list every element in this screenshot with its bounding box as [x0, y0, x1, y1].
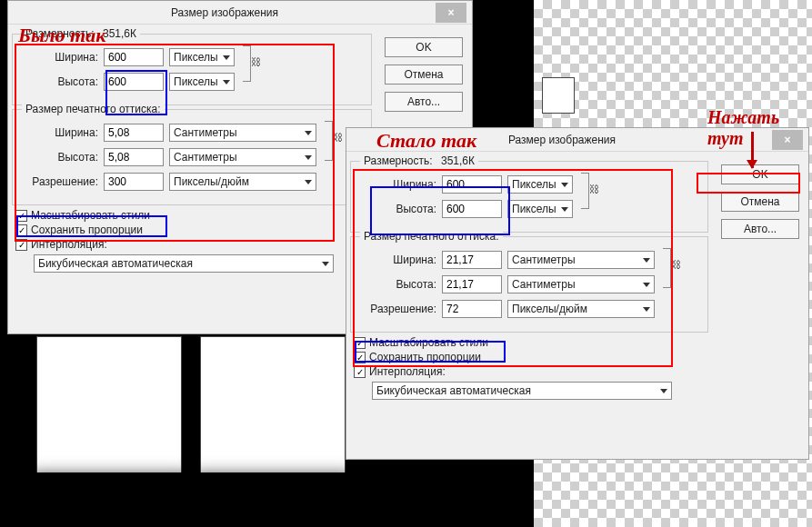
cancel-button[interactable]: Отмена: [385, 65, 463, 85]
arrow-down-icon: [751, 132, 754, 168]
print-width-unit-select[interactable]: Сантиметры: [169, 124, 316, 142]
titlebar: Размер изображения ×: [8, 1, 472, 25]
layer-preview: [36, 336, 182, 482]
dimensions-label: Размерность:: [364, 154, 433, 167]
cancel-button[interactable]: Отмена: [721, 192, 799, 212]
width-label: Ширина:: [18, 51, 104, 64]
print-height-input[interactable]: [104, 148, 164, 166]
print-width-input[interactable]: [104, 124, 164, 142]
chevron-down-icon: [643, 258, 650, 263]
width-input[interactable]: [442, 175, 502, 194]
print-size-group: Размер печатного оттиска: Ширина: Сантим…: [12, 109, 372, 205]
dimensions-value: 351,6К: [441, 154, 475, 167]
constrain-link-icon[interactable]: ⛓: [322, 119, 335, 163]
print-width-label: Ширина:: [18, 126, 104, 139]
close-button[interactable]: ×: [436, 3, 466, 23]
chevron-down-icon: [223, 80, 230, 85]
height-label: Высота:: [18, 75, 104, 88]
chevron-down-icon: [305, 155, 312, 160]
layer-shadow: [196, 472, 351, 509]
chevron-down-icon: [643, 283, 650, 287]
interpolation-checkbox[interactable]: ✓Интерполяция:: [15, 238, 368, 251]
resolution-unit-select[interactable]: Пикселы/дюйм: [169, 173, 316, 191]
width-unit-select[interactable]: Пикселы: [507, 175, 573, 194]
doc-thumb: [542, 77, 575, 114]
print-size-legend: Размер печатного оттиска:: [360, 230, 503, 243]
ok-button[interactable]: OK: [721, 164, 799, 184]
interpolation-method-select[interactable]: Бикубическая автоматическая: [372, 382, 672, 400]
constrain-proportions-checkbox[interactable]: ✓Сохранить пропорции: [15, 224, 368, 236]
interpolation-method-select[interactable]: Бикубическая автоматическая: [34, 254, 334, 273]
auto-button[interactable]: Авто...: [721, 219, 799, 239]
auto-button[interactable]: Авто...: [385, 92, 463, 112]
height-input[interactable]: [104, 73, 164, 91]
chevron-down-icon: [660, 389, 667, 393]
print-width-input[interactable]: [442, 251, 502, 269]
chevron-down-icon: [561, 207, 568, 212]
print-width-unit-select[interactable]: Сантиметры: [507, 251, 655, 269]
width-unit-select[interactable]: Пикселы: [169, 48, 235, 66]
dialog-title: Размер изображения: [14, 6, 436, 19]
chevron-down-icon: [223, 55, 230, 60]
print-width-label: Ширина:: [356, 254, 442, 266]
resolution-input[interactable]: [104, 173, 164, 191]
height-unit-select[interactable]: Пикселы: [507, 200, 573, 218]
chevron-down-icon: [561, 183, 568, 187]
print-height-label: Высота:: [356, 278, 442, 291]
constrain-proportions-checkbox[interactable]: ✓Сохранить пропорции: [354, 351, 705, 363]
print-size-group: Размер печатного оттиска: Ширина: Сантим…: [350, 236, 708, 333]
height-label: Высота:: [356, 203, 442, 215]
height-unit-select[interactable]: Пикселы: [169, 73, 235, 91]
annotation-clickhere: Нажать тут: [707, 107, 812, 149]
print-height-unit-select[interactable]: Сантиметры: [169, 148, 316, 166]
constrain-link-icon[interactable]: ⛓: [660, 246, 673, 290]
chevron-down-icon: [643, 307, 650, 312]
layer-preview: [200, 336, 346, 482]
print-height-label: Высота:: [18, 151, 104, 164]
print-height-unit-select[interactable]: Сантиметры: [507, 275, 655, 293]
scale-styles-checkbox[interactable]: ✓Масштабировать стили: [354, 336, 705, 349]
ok-button[interactable]: OK: [385, 37, 463, 57]
image-size-dialog-after: Размер изображения × Размерность: 351,6К…: [346, 127, 809, 460]
print-size-legend: Размер печатного оттиска:: [22, 103, 165, 115]
resolution-label: Разрешение:: [18, 175, 104, 188]
dimensions-value: 351,6К: [103, 27, 136, 40]
width-label: Ширина:: [356, 178, 442, 191]
layer-shadow: [33, 472, 187, 509]
constrain-link-icon[interactable]: ⛓: [578, 171, 591, 211]
annotation-after: Стало так: [376, 129, 476, 153]
annotation-before: Было так: [18, 24, 105, 47]
chevron-down-icon: [322, 262, 329, 266]
constrain-link-icon[interactable]: ⛓: [240, 44, 253, 84]
pixel-dimensions-group: Размерность: 351,6К Ширина: Пикселы: [350, 161, 708, 233]
resolution-label: Разрешение:: [356, 303, 442, 315]
resolution-input[interactable]: [442, 300, 502, 318]
height-input[interactable]: [442, 200, 502, 218]
width-input[interactable]: [104, 48, 164, 66]
chevron-down-icon: [305, 131, 312, 135]
print-height-input[interactable]: [442, 275, 502, 293]
scale-styles-checkbox[interactable]: ✓Масштабировать стили: [15, 209, 368, 222]
resolution-unit-select[interactable]: Пикселы/дюйм: [507, 300, 655, 318]
interpolation-checkbox[interactable]: ✓Интерполяция:: [354, 365, 705, 378]
chevron-down-icon: [305, 180, 312, 184]
